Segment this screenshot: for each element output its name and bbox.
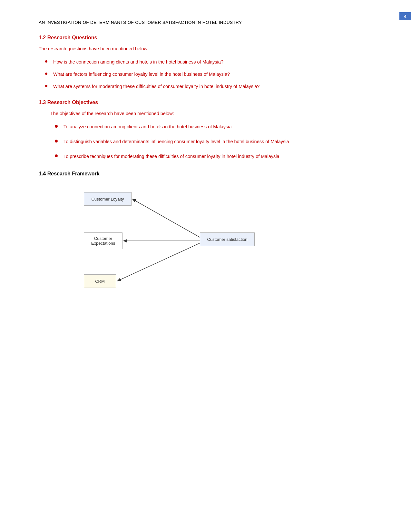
bullet-icon (45, 73, 47, 75)
list-item: What are factors influencing consumer lo… (45, 71, 379, 78)
objective-3: To prescribe techniques for moderating t… (64, 153, 279, 161)
list-item: How is the connection among clients and … (45, 58, 379, 66)
research-objectives-intro: The objectives of the research have been… (50, 110, 379, 117)
question-1: How is the connection among clients and … (53, 58, 223, 66)
bullet-icon (55, 154, 58, 157)
question-3: What are systems for moderating these di… (53, 83, 259, 91)
list-item: What are systems for moderating these di… (45, 83, 379, 91)
page: 4 AN INVESTIGATION OF DETERMINANTS OF CU… (0, 0, 411, 532)
research-framework-diagram: Customer Loyalty CustomerExpectations CR… (58, 186, 284, 295)
doc-header: AN INVESTIGATION OF DETERMINANTS OF CUST… (39, 19, 379, 26)
box-customer-satisfaction: Customer satisfaction (200, 232, 255, 246)
svg-line-2 (117, 243, 200, 281)
research-questions-list: How is the connection among clients and … (39, 58, 379, 91)
bullet-icon (55, 140, 58, 143)
section-heading-research-framework: 1.4 Research Framework (39, 171, 379, 177)
page-number-badge: 4 (399, 12, 411, 20)
section-heading-research-objectives: 1.3 Research Objectives (39, 100, 379, 105)
research-objectives-list: To analyze connection among clients and … (39, 123, 379, 161)
question-2: What are factors influencing consumer lo… (53, 71, 230, 78)
section-heading-research-questions: 1.2 Research Questions (39, 35, 379, 41)
bullet-icon (45, 85, 47, 87)
list-item: To analyze connection among clients and … (55, 123, 379, 131)
list-item: To distinguish variables and determinant… (55, 138, 379, 146)
box-customer-expectations: CustomerExpectations (84, 232, 122, 249)
svg-line-0 (132, 199, 200, 237)
bullet-icon (45, 60, 47, 63)
box-crm: CRM (84, 274, 116, 288)
list-item: To prescribe techniques for moderating t… (55, 153, 379, 161)
box-customer-loyalty: Customer Loyalty (84, 192, 132, 206)
objective-2: To distinguish variables and determinant… (64, 138, 289, 146)
research-questions-intro: The research questions have been mention… (39, 45, 379, 53)
objective-1: To analyze connection among clients and … (64, 123, 232, 131)
bullet-icon (55, 125, 58, 128)
